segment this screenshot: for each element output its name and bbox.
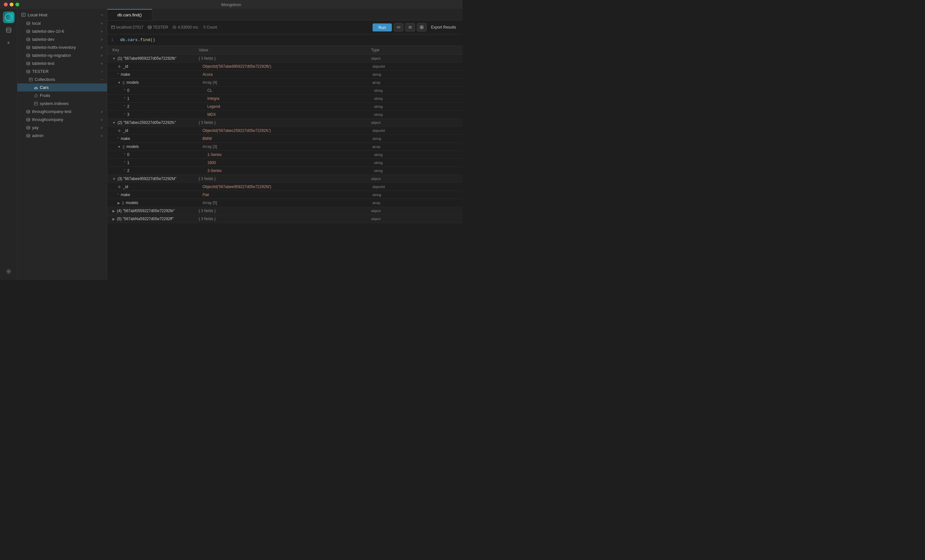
row-value: Array [4] <box>203 80 372 85</box>
svg-point-3 <box>8 271 9 272</box>
db-tester-label: TESTER <box>32 69 48 74</box>
svg-rect-30 <box>422 27 423 29</box>
sidebar-item-tester[interactable]: TESTER − <box>17 68 107 75</box>
query-editor[interactable]: 1 db.cars.find() <box>107 35 462 46</box>
row-value: { 3 fields } <box>199 209 371 213</box>
expand-arrow[interactable]: ▼ <box>112 177 116 181</box>
expand-arrow[interactable]: ▶ <box>112 217 115 221</box>
sidebar-item-cars[interactable]: Cars <box>17 83 107 92</box>
db-throughcompany-test-add[interactable]: + <box>101 110 103 114</box>
table-row[interactable]: _id ObjectId('567abee959227d05e72292fd')… <box>107 183 462 191</box>
close-button[interactable] <box>4 3 8 6</box>
quote-icon: " <box>124 105 125 108</box>
table-row[interactable]: ▼ (2) "567abec259227d05e72292fc" { 3 fie… <box>107 119 462 127</box>
db-throughcompany-add[interactable]: + <box>101 117 103 122</box>
db-tablelist-test-add[interactable]: + <box>101 61 103 66</box>
expand-arrow[interactable]: ▼ <box>112 121 116 125</box>
sidebar-item-throughcompany[interactable]: throughcompany + <box>17 116 107 123</box>
row-key: (3) "567abee959227d05e72292fd" <box>118 177 176 181</box>
expand-arrow[interactable]: ▶ <box>118 201 120 205</box>
grid-view-button[interactable] <box>417 23 426 32</box>
sidebar-item-tablelist-ng-migration[interactable]: tablelist-ng-migration + <box>17 51 107 59</box>
row-key: make <box>121 137 130 141</box>
row-value: { 3 fields } <box>199 217 371 221</box>
row-type: string <box>374 105 458 108</box>
sidebar-item-tablelist-test[interactable]: tablelist-test + <box>17 59 107 68</box>
gear-icon <box>118 129 121 132</box>
sidebar-item-admin[interactable]: admin + <box>17 132 107 140</box>
expand-arrow[interactable]: ▶ <box>112 209 115 213</box>
results-header: Key Value Type <box>107 46 462 54</box>
export-results-button[interactable]: Export Results <box>428 24 459 31</box>
table-row[interactable]: " make Fiat string <box>107 191 462 199</box>
svg-rect-27 <box>420 26 421 27</box>
expand-arrow[interactable]: ▼ <box>118 81 121 84</box>
db-yay-add[interactable]: + <box>101 126 103 130</box>
row-type: array <box>372 145 458 149</box>
svg-point-19 <box>27 118 30 119</box>
db-tester-collapse[interactable]: − <box>101 69 103 74</box>
sidebar-item-collections[interactable]: Collections − <box>17 75 107 83</box>
expand-arrow[interactable]: ▼ <box>112 57 116 60</box>
svg-point-9 <box>27 54 30 55</box>
sidebar-item-yay[interactable]: yay + <box>17 123 107 132</box>
db-tablelist-hotfix-inventory-add[interactable]: + <box>101 45 103 50</box>
list-view-button[interactable] <box>405 23 415 32</box>
row-key: (4) "567abf0559227d05e72292fe" <box>117 209 175 213</box>
db-tablelist-hotfix-inventory-label: tablelist-hotfix-inventory <box>32 45 76 50</box>
minimize-button[interactable] <box>10 3 14 6</box>
db-local-add[interactable]: + <box>101 21 103 26</box>
table-row[interactable]: " make BMW string <box>107 135 462 143</box>
databases-icon[interactable] <box>3 24 14 36</box>
table-row[interactable]: " 2 Legend string <box>107 103 462 111</box>
table-row[interactable]: " 0 CL string <box>107 87 462 95</box>
table-row[interactable]: " make Acura string <box>107 71 462 79</box>
sidebar-item-tablelist-dev[interactable]: tablelist-dev + <box>17 35 107 44</box>
tab-cars-find[interactable]: db.cars.find() <box>107 9 152 20</box>
gear-icon <box>118 65 121 68</box>
sidebar-item-tablelist-hotfix-inventory[interactable]: tablelist-hotfix-inventory + <box>17 44 107 51</box>
table-row[interactable]: " 2 3-Series string <box>107 167 462 175</box>
table-row[interactable]: " 1 Integra string <box>107 95 462 103</box>
table-row[interactable]: " 0 1-Series string <box>107 151 462 159</box>
table-row[interactable]: ▼ [] models Array [3] array <box>107 143 462 151</box>
db-tablelist-dev-add[interactable]: + <box>101 37 103 42</box>
run-button[interactable]: Run <box>372 23 392 32</box>
local-host-collapse[interactable]: − <box>101 12 103 17</box>
table-row[interactable]: _id ObjectId('567abe9959227d05e72292fb')… <box>107 63 462 71</box>
row-type: object <box>371 209 458 213</box>
sidebar-item-fruits[interactable]: Fruits <box>17 92 107 99</box>
type-header: Type <box>371 48 458 52</box>
query-text: db.cars.find() <box>120 38 155 42</box>
db-admin-add[interactable]: + <box>101 134 103 138</box>
sidebar-item-local[interactable]: local + <box>17 19 107 27</box>
row-key: 2 <box>127 104 130 109</box>
toolbar-right: Run Export Results <box>372 23 459 32</box>
table-row[interactable]: ▶ [] models Array [5] array <box>107 199 462 207</box>
row-key: _id <box>123 128 128 133</box>
icon-panel: + <box>0 9 17 280</box>
settings-icon[interactable] <box>3 266 14 277</box>
table-row[interactable]: ▶ (5) "567abf4a59227d05e72292ff" { 3 fie… <box>107 215 462 223</box>
table-row[interactable]: ▶ (4) "567abf0559227d05e72292fe" { 3 fie… <box>107 207 462 215</box>
sidebar-item-tablelist-dev-10-6[interactable]: tablelist-dev-10-6 + <box>17 27 107 35</box>
table-row[interactable]: ▼ [] models Array [4] array <box>107 79 462 87</box>
expand-arrow[interactable]: ▼ <box>118 145 121 149</box>
code-view-button[interactable] <box>394 23 404 32</box>
db-tablelist-ng-migration-add[interactable]: + <box>101 53 103 58</box>
table-row[interactable]: ▼ (1) "567abe9959227d05e72292fb" { 3 fie… <box>107 54 462 63</box>
row-key: make <box>121 72 130 77</box>
row-value: 3-Series <box>208 168 374 173</box>
collections-collapse[interactable]: − <box>101 77 103 82</box>
table-row[interactable]: " 3 MDX string <box>107 111 462 119</box>
table-row[interactable]: " 1 1600 string <box>107 159 462 167</box>
maximize-button[interactable] <box>15 3 19 6</box>
svg-rect-28 <box>422 26 423 27</box>
sidebar-item-throughcompany-test[interactable]: throughcompany-test + <box>17 108 107 116</box>
svg-point-10 <box>27 62 30 63</box>
db-tablelist-dev-10-6-add[interactable]: + <box>101 29 103 34</box>
sidebar-item-system-indexes[interactable]: system.indexes <box>17 99 107 108</box>
add-connection-icon[interactable]: + <box>3 37 14 49</box>
table-row[interactable]: ▼ (3) "567abee959227d05e72292fd" { 3 fie… <box>107 175 462 183</box>
table-row[interactable]: _id ObjectId('567abec259227d05e72292fc')… <box>107 127 462 135</box>
